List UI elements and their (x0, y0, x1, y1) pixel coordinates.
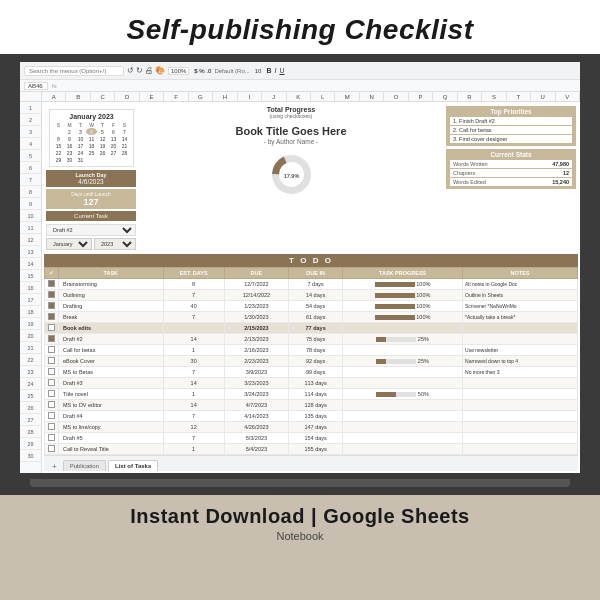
col-c[interactable]: C (91, 92, 115, 101)
task-due-date: 2/16/2023 (224, 345, 288, 356)
italic-button[interactable]: I (274, 67, 276, 74)
col-d[interactable]: D (115, 92, 139, 101)
row-15: 15 (20, 270, 41, 282)
stats-row-words-edited: Words Edited 15,240 (450, 178, 572, 186)
col-t[interactable]: T (507, 92, 531, 101)
tab-publication[interactable]: Publication (63, 460, 106, 471)
task-checkbox[interactable] (48, 379, 55, 386)
task-name: Draft #3 (59, 378, 164, 389)
task-due-in: 75 days (289, 334, 343, 345)
task-notes (463, 444, 578, 455)
spreadsheet-main: January 2023 S M T W T F S (42, 102, 580, 473)
cal-day: 3 (75, 128, 86, 135)
row-18: 18 (20, 306, 41, 318)
task-due-in: 77 days (289, 323, 343, 334)
col-f[interactable]: F (164, 92, 188, 101)
col-m[interactable]: M (335, 92, 359, 101)
task-checkbox[interactable] (48, 434, 55, 441)
col-u[interactable]: U (531, 92, 555, 101)
row-num-header (20, 92, 42, 101)
col-g[interactable]: G (189, 92, 213, 101)
col-a[interactable]: A (42, 92, 66, 101)
task-progress (343, 323, 463, 334)
task-checkbox[interactable] (48, 423, 55, 430)
task-checkbox[interactable] (48, 357, 55, 364)
col-k[interactable]: K (287, 92, 311, 101)
add-sheet-button[interactable]: + (48, 462, 61, 471)
col-l[interactable]: L (311, 92, 335, 101)
col-b[interactable]: B (66, 92, 90, 101)
cal-day: 26 (97, 149, 108, 156)
paint-icon[interactable]: 🎨 (155, 66, 165, 75)
chapters-value: 12 (563, 170, 569, 176)
col-v[interactable]: V (556, 92, 580, 101)
col-j[interactable]: J (262, 92, 286, 101)
cell-reference[interactable]: AB46 (24, 82, 48, 90)
task-checkbox[interactable] (48, 291, 55, 298)
task-checkbox[interactable] (48, 412, 55, 419)
row-2: 2 (20, 114, 41, 126)
underline-button[interactable]: U (279, 67, 284, 74)
page-title: Self-publishing Checklist (20, 14, 580, 46)
font-name[interactable]: Default (Ro... (214, 68, 249, 74)
days-value: 127 (50, 197, 132, 207)
task-name: Break (59, 312, 164, 323)
row-1: 1 (20, 102, 41, 114)
bold-button[interactable]: B (266, 67, 271, 74)
task-checkbox[interactable] (48, 368, 55, 375)
task-due-in: 128 days (289, 400, 343, 411)
task-checkbox[interactable] (48, 313, 55, 320)
col-q[interactable]: Q (433, 92, 457, 101)
cal-day: 22 (53, 149, 64, 156)
task-checkbox[interactable] (48, 346, 55, 353)
cal-day: 23 (64, 149, 75, 156)
cal-day (53, 128, 64, 135)
task-notes (463, 411, 578, 422)
laptop-frame: ↺ ↻ 🖨 🎨 100% $ % .0 Default (Ro... 10 B … (0, 54, 600, 479)
col-n[interactable]: N (360, 92, 384, 101)
task-checkbox[interactable] (48, 390, 55, 397)
row-3: 3 (20, 126, 41, 138)
task-checkbox[interactable] (48, 401, 55, 408)
task-notes (463, 389, 578, 400)
col-e[interactable]: E (140, 92, 164, 101)
col-r[interactable]: R (458, 92, 482, 101)
col-s[interactable]: S (482, 92, 506, 101)
col-o[interactable]: O (384, 92, 408, 101)
row-25: 25 (20, 390, 41, 402)
task-progress (343, 345, 463, 356)
zoom-level[interactable]: 100% (168, 67, 189, 75)
print-icon[interactable]: 🖨 (145, 66, 153, 75)
days-until-launch-box: Days until Launch 127 (46, 189, 136, 209)
words-edited-label: Words Edited (453, 179, 486, 185)
font-size[interactable]: 10 (255, 68, 262, 74)
undo-icon[interactable]: ↺ (127, 66, 134, 75)
col-i[interactable]: I (238, 92, 262, 101)
year-select[interactable]: 2023 (94, 238, 136, 250)
task-checkbox[interactable] (48, 335, 55, 342)
task-notes (463, 422, 578, 433)
task-due-date: 2/15/2023 (224, 323, 288, 334)
task-checkbox[interactable] (48, 445, 55, 452)
task-est-days: 7 (163, 312, 224, 323)
task-est-days: 14 (163, 400, 224, 411)
col-h[interactable]: H (213, 92, 237, 101)
donut-chart-container: 17.9% (140, 152, 442, 197)
task-checkbox[interactable] (48, 280, 55, 287)
menu-search[interactable] (24, 66, 124, 76)
task-name: Drafting (59, 301, 164, 312)
cal-day: 30 (64, 156, 75, 163)
column-headers: A B C D E F G H I J K L M N O P Q R S T … (20, 92, 580, 102)
col-p[interactable]: P (409, 92, 433, 101)
tab-list-of-tasks[interactable]: List of Tasks (108, 460, 158, 471)
current-task-select[interactable]: Draft #2 (46, 224, 136, 236)
task-est-days: 14 (163, 334, 224, 345)
row-8: 8 (20, 186, 41, 198)
task-checkbox[interactable] (48, 302, 55, 309)
month-select[interactable]: January (46, 238, 92, 250)
laptop-base-wrapper (0, 479, 600, 495)
task-checkbox[interactable] (48, 324, 55, 331)
redo-icon[interactable]: ↻ (136, 66, 143, 75)
task-est-days: 30 (163, 356, 224, 367)
svg-text:17.9%: 17.9% (283, 173, 299, 179)
